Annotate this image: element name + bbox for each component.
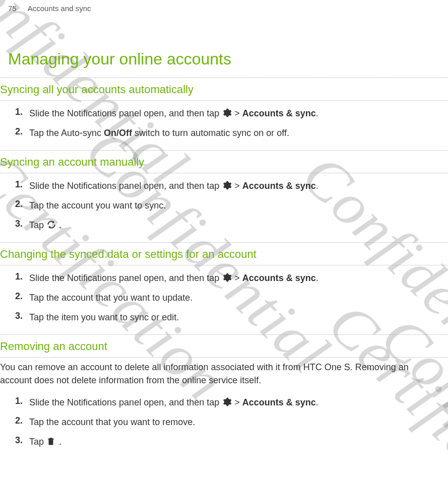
step-text: .	[316, 108, 318, 118]
step-text: >	[234, 108, 242, 118]
step-text-bold: On/Off	[104, 128, 132, 138]
step-number: 1.	[15, 396, 29, 406]
step-text: Tap	[29, 220, 46, 230]
breadcrumb: Accounts and sync	[28, 4, 91, 13]
list-item: 1. Slide the Notifications panel open, a…	[0, 393, 448, 412]
step-number: 2.	[15, 291, 29, 302]
step-text: switch to turn automatic sync on or off.	[132, 128, 289, 138]
step-number: 2.	[15, 415, 29, 426]
step-text: .	[59, 220, 61, 230]
section-change-settings: Changing the synced data or settings for…	[0, 243, 448, 334]
step-text: Tap the account you want to sync.	[29, 199, 448, 213]
step-text: .	[316, 181, 318, 191]
list-item: 1. Slide the Notifications panel open, a…	[0, 176, 448, 196]
section-sync-all: Syncing all your accounts automatically …	[0, 78, 448, 150]
section-title-sync-manual: Syncing an account manually	[0, 151, 448, 173]
list-item: 3. Tap .	[0, 432, 448, 452]
list-item: 1. Slide the Notifications panel open, a…	[0, 268, 448, 288]
step-number: 3.	[15, 219, 29, 229]
step-text: .	[59, 437, 61, 447]
step-text: >	[234, 397, 242, 407]
section-title-remove: Removing an account	[0, 335, 448, 357]
step-text: Tap the account that you want to update.	[29, 291, 448, 305]
step-text: Tap the item you want to sync or edit.	[29, 311, 448, 324]
sync-icon	[46, 220, 56, 230]
list-item: 2. Tap the account you want to sync.	[0, 196, 448, 216]
gear-icon	[222, 108, 232, 118]
step-text: .	[316, 273, 318, 283]
step-text-bold: Accounts & sync	[242, 181, 316, 191]
step-text: Slide the Notifications panel open, and …	[29, 273, 222, 283]
step-number: 1.	[15, 179, 29, 190]
step-number: 1.	[15, 107, 29, 117]
list-item: 2. Tap the account that you want to upda…	[0, 288, 448, 308]
step-text: .	[316, 397, 318, 407]
gear-icon	[222, 180, 232, 190]
page-number: 75	[8, 4, 17, 13]
step-number: 1.	[15, 271, 29, 282]
step-number: 2.	[15, 199, 29, 210]
section-remove: Removing an account You can remove an ac…	[0, 335, 448, 459]
trash-icon	[46, 436, 56, 446]
gear-icon	[222, 272, 232, 283]
step-text: Tap	[29, 437, 46, 447]
step-number: 3.	[15, 311, 29, 321]
step-number: 2.	[15, 126, 29, 137]
step-text-bold: Accounts & sync	[242, 108, 316, 118]
section-sync-manual: Syncing an account manually 1. Slide the…	[0, 151, 448, 242]
section-intro: You can remove an account to delete all …	[0, 358, 448, 390]
step-number: 3.	[15, 435, 29, 446]
list-item: 3. Tap the item you want to sync or edit…	[0, 308, 448, 327]
step-text-bold: Accounts & sync	[242, 397, 316, 407]
step-text: Tap the Auto-sync	[29, 128, 104, 138]
gear-icon	[222, 397, 232, 407]
step-text: >	[234, 273, 242, 283]
step-text: Slide the Notifications panel open, and …	[29, 108, 222, 118]
section-title-change-settings: Changing the synced data or settings for…	[0, 243, 448, 265]
step-text: Slide the Notifications panel open, and …	[29, 181, 222, 191]
page-header: 75 Accounts and sync	[0, 0, 448, 15]
page-title: Managing your online accounts	[0, 15, 448, 78]
step-text: >	[234, 181, 242, 191]
list-item: 2. Tap the Auto-sync On/Off switch to tu…	[0, 123, 448, 143]
list-item: 1. Slide the Notifications panel open, a…	[0, 104, 448, 123]
step-text: Slide the Notifications panel open, and …	[29, 397, 222, 407]
section-title-sync-all: Syncing all your accounts automatically	[0, 78, 448, 100]
step-text-bold: Accounts & sync	[242, 273, 316, 283]
list-item: 3. Tap .	[0, 216, 448, 235]
step-text: Tap the account that you want to remove.	[29, 415, 448, 429]
list-item: 2. Tap the account that you want to remo…	[0, 412, 448, 432]
